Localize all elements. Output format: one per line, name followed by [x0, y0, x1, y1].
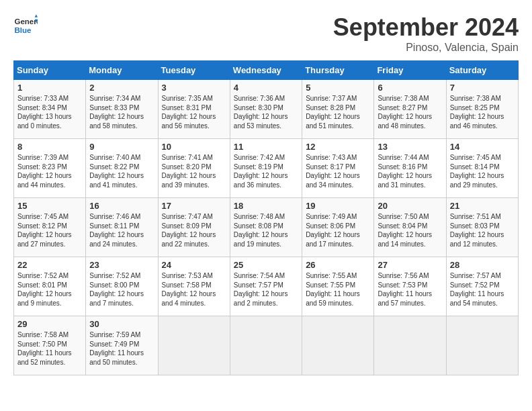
- day-number: 28: [450, 260, 515, 270]
- logo: General Blue: [13, 13, 38, 38]
- day-number: 15: [17, 201, 82, 211]
- day-details: Sunrise: 7:59 AM Sunset: 7:49 PM Dayligh…: [89, 330, 154, 367]
- table-row: 18Sunrise: 7:48 AM Sunset: 8:08 PM Dayli…: [230, 198, 302, 257]
- day-details: Sunrise: 7:39 AM Sunset: 8:23 PM Dayligh…: [17, 153, 82, 189]
- calendar-table: Sunday Monday Tuesday Wednesday Thursday…: [13, 60, 519, 375]
- table-row: [158, 316, 230, 375]
- logo-icon: General Blue: [13, 13, 38, 38]
- day-number: 13: [378, 142, 442, 152]
- calendar-week-row: 22Sunrise: 7:52 AM Sunset: 8:01 PM Dayli…: [14, 257, 519, 316]
- day-details: Sunrise: 7:53 AM Sunset: 7:58 PM Dayligh…: [162, 271, 226, 308]
- table-row: 29Sunrise: 7:58 AM Sunset: 7:50 PM Dayli…: [14, 316, 86, 375]
- day-details: Sunrise: 7:48 AM Sunset: 8:08 PM Dayligh…: [234, 212, 298, 248]
- day-number: 27: [378, 260, 442, 270]
- day-number: 3: [162, 83, 226, 93]
- svg-marker-2: [35, 14, 38, 17]
- svg-text:Blue: Blue: [14, 26, 32, 34]
- table-row: 2Sunrise: 7:34 AM Sunset: 8:33 PM Daylig…: [86, 80, 158, 139]
- day-details: Sunrise: 7:33 AM Sunset: 8:34 PM Dayligh…: [17, 94, 82, 130]
- day-number: 25: [234, 260, 298, 270]
- day-number: 6: [378, 83, 442, 93]
- table-row: 25Sunrise: 7:54 AM Sunset: 7:57 PM Dayli…: [230, 257, 302, 316]
- day-number: 30: [89, 319, 154, 329]
- table-row: [302, 316, 374, 375]
- day-details: Sunrise: 7:34 AM Sunset: 8:33 PM Dayligh…: [89, 94, 154, 130]
- day-details: Sunrise: 7:51 AM Sunset: 8:03 PM Dayligh…: [450, 212, 515, 248]
- table-row: 20Sunrise: 7:50 AM Sunset: 8:04 PM Dayli…: [374, 198, 446, 257]
- table-row: [446, 316, 518, 375]
- day-details: Sunrise: 7:43 AM Sunset: 8:17 PM Dayligh…: [306, 153, 370, 189]
- day-number: 12: [306, 142, 370, 152]
- day-number: 5: [306, 83, 370, 93]
- table-row: 23Sunrise: 7:52 AM Sunset: 8:00 PM Dayli…: [86, 257, 158, 316]
- table-row: 21Sunrise: 7:51 AM Sunset: 8:03 PM Dayli…: [446, 198, 518, 257]
- svg-text:General: General: [14, 17, 38, 26]
- day-details: Sunrise: 7:42 AM Sunset: 8:19 PM Dayligh…: [234, 153, 298, 189]
- col-sunday: Sunday: [14, 61, 86, 80]
- day-details: Sunrise: 7:45 AM Sunset: 8:14 PM Dayligh…: [450, 153, 515, 189]
- table-row: 15Sunrise: 7:45 AM Sunset: 8:12 PM Dayli…: [14, 198, 86, 257]
- calendar-week-row: 29Sunrise: 7:58 AM Sunset: 7:50 PM Dayli…: [14, 316, 519, 375]
- day-details: Sunrise: 7:46 AM Sunset: 8:11 PM Dayligh…: [89, 212, 154, 248]
- day-details: Sunrise: 7:41 AM Sunset: 8:20 PM Dayligh…: [162, 153, 226, 189]
- table-row: 9Sunrise: 7:40 AM Sunset: 8:22 PM Daylig…: [86, 139, 158, 198]
- table-row: 17Sunrise: 7:47 AM Sunset: 8:09 PM Dayli…: [158, 198, 230, 257]
- day-details: Sunrise: 7:38 AM Sunset: 8:27 PM Dayligh…: [378, 94, 442, 130]
- table-row: 13Sunrise: 7:44 AM Sunset: 8:16 PM Dayli…: [374, 139, 446, 198]
- day-details: Sunrise: 7:55 AM Sunset: 7:55 PM Dayligh…: [306, 271, 370, 308]
- day-number: 9: [89, 142, 154, 152]
- day-number: 8: [17, 142, 82, 152]
- col-wednesday: Wednesday: [230, 61, 302, 80]
- day-details: Sunrise: 7:52 AM Sunset: 8:01 PM Dayligh…: [17, 271, 82, 308]
- table-row: 30Sunrise: 7:59 AM Sunset: 7:49 PM Dayli…: [86, 316, 158, 375]
- day-details: Sunrise: 7:52 AM Sunset: 8:00 PM Dayligh…: [89, 271, 154, 308]
- day-details: Sunrise: 7:50 AM Sunset: 8:04 PM Dayligh…: [378, 212, 442, 248]
- day-details: Sunrise: 7:57 AM Sunset: 7:52 PM Dayligh…: [450, 271, 515, 308]
- table-row: 14Sunrise: 7:45 AM Sunset: 8:14 PM Dayli…: [446, 139, 518, 198]
- day-number: 7: [450, 83, 515, 93]
- day-number: 22: [17, 260, 82, 270]
- table-row: 5Sunrise: 7:37 AM Sunset: 8:28 PM Daylig…: [302, 80, 374, 139]
- day-number: 20: [378, 201, 442, 211]
- day-details: Sunrise: 7:49 AM Sunset: 8:06 PM Dayligh…: [306, 212, 370, 248]
- table-row: 19Sunrise: 7:49 AM Sunset: 8:06 PM Dayli…: [302, 198, 374, 257]
- calendar-week-row: 8Sunrise: 7:39 AM Sunset: 8:23 PM Daylig…: [14, 139, 519, 198]
- table-row: 8Sunrise: 7:39 AM Sunset: 8:23 PM Daylig…: [14, 139, 86, 198]
- day-number: 14: [450, 142, 515, 152]
- table-row: 12Sunrise: 7:43 AM Sunset: 8:17 PM Dayli…: [302, 139, 374, 198]
- day-number: 26: [306, 260, 370, 270]
- table-row: 6Sunrise: 7:38 AM Sunset: 8:27 PM Daylig…: [374, 80, 446, 139]
- table-row: [374, 316, 446, 375]
- day-details: Sunrise: 7:36 AM Sunset: 8:30 PM Dayligh…: [234, 94, 298, 130]
- day-number: 29: [17, 319, 82, 329]
- table-row: 27Sunrise: 7:56 AM Sunset: 7:53 PM Dayli…: [374, 257, 446, 316]
- col-tuesday: Tuesday: [158, 61, 230, 80]
- day-number: 19: [306, 201, 370, 211]
- calendar-week-row: 1Sunrise: 7:33 AM Sunset: 8:34 PM Daylig…: [14, 80, 519, 139]
- col-saturday: Saturday: [446, 61, 518, 80]
- table-row: 26Sunrise: 7:55 AM Sunset: 7:55 PM Dayli…: [302, 257, 374, 316]
- calendar-subtitle: Pinoso, Valencia, Spain: [333, 42, 519, 54]
- calendar-week-row: 15Sunrise: 7:45 AM Sunset: 8:12 PM Dayli…: [14, 198, 519, 257]
- day-number: 18: [234, 201, 298, 211]
- day-number: 24: [162, 260, 226, 270]
- day-details: Sunrise: 7:38 AM Sunset: 8:25 PM Dayligh…: [450, 94, 515, 130]
- day-details: Sunrise: 7:58 AM Sunset: 7:50 PM Dayligh…: [17, 330, 82, 367]
- day-details: Sunrise: 7:56 AM Sunset: 7:53 PM Dayligh…: [378, 271, 442, 308]
- page-header: General Blue September 2024 Pinoso, Vale…: [13, 13, 519, 54]
- table-row: 3Sunrise: 7:35 AM Sunset: 8:31 PM Daylig…: [158, 80, 230, 139]
- day-number: 10: [162, 142, 226, 152]
- day-details: Sunrise: 7:40 AM Sunset: 8:22 PM Dayligh…: [89, 153, 154, 189]
- day-number: 16: [89, 201, 154, 211]
- calendar-header-row: Sunday Monday Tuesday Wednesday Thursday…: [14, 61, 519, 80]
- table-row: 28Sunrise: 7:57 AM Sunset: 7:52 PM Dayli…: [446, 257, 518, 316]
- day-number: 17: [162, 201, 226, 211]
- day-details: Sunrise: 7:44 AM Sunset: 8:16 PM Dayligh…: [378, 153, 442, 189]
- day-number: 21: [450, 201, 515, 211]
- table-row: 11Sunrise: 7:42 AM Sunset: 8:19 PM Dayli…: [230, 139, 302, 198]
- col-thursday: Thursday: [302, 61, 374, 80]
- table-row: 10Sunrise: 7:41 AM Sunset: 8:20 PM Dayli…: [158, 139, 230, 198]
- calendar-title: September 2024: [333, 13, 519, 42]
- day-number: 4: [234, 83, 298, 93]
- day-number: 2: [89, 83, 154, 93]
